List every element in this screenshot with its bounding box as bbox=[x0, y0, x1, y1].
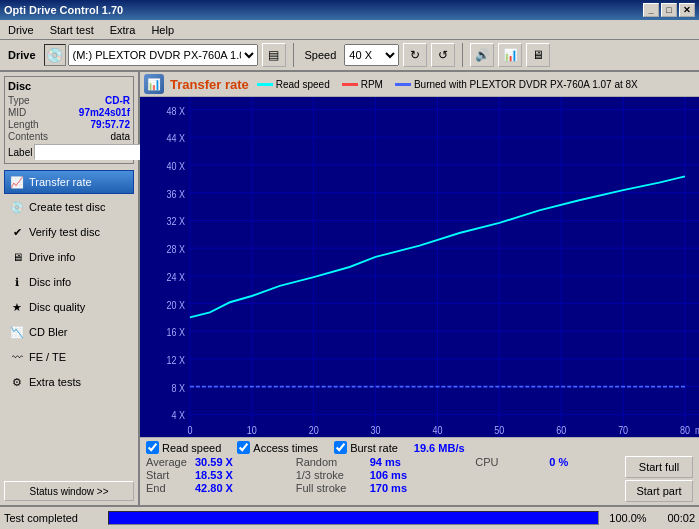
stat-third-stroke-row: 1/3 stroke 106 ms bbox=[296, 469, 476, 481]
transfer-rate-icon: 📈 bbox=[9, 174, 25, 190]
svg-text:80: 80 bbox=[680, 425, 690, 437]
menu-drive[interactable]: Drive bbox=[4, 23, 38, 37]
stat-full-stroke-value: 170 ms bbox=[370, 482, 407, 494]
stat-cpu-value: 0 % bbox=[549, 456, 568, 468]
legend-color-read bbox=[257, 83, 273, 86]
nav-fe-te[interactable]: 〰 FE / TE bbox=[4, 345, 134, 369]
read-speed-checkbox[interactable] bbox=[146, 441, 159, 454]
title-bar: Opti Drive Control 1.70 _ □ ✕ bbox=[0, 0, 699, 20]
speed-set-button[interactable]: ↻ bbox=[403, 43, 427, 67]
disc-info-panel: Disc Type CD-R MID 97m24s01f Length 79:5… bbox=[4, 76, 134, 164]
disc-info-icon: ℹ bbox=[9, 274, 25, 290]
extra-tests-icon: ⚙ bbox=[9, 374, 25, 390]
stats-col-mid: Random 94 ms 1/3 stroke 106 ms Full stro… bbox=[296, 456, 476, 502]
stat-average-row: Average 30.59 X bbox=[146, 456, 296, 468]
main-content: Disc Type CD-R MID 97m24s01f Length 79:5… bbox=[0, 72, 699, 505]
toolbar: Drive 💿 (M:) PLEXTOR DVDR PX-760A 1.07 ▤… bbox=[0, 40, 699, 72]
checkbox-burst-rate: Burst rate bbox=[334, 441, 398, 454]
status-window-button[interactable]: Status window >> bbox=[4, 481, 134, 501]
content-area: 📊 Transfer rate Read speed RPM Burned wi… bbox=[140, 72, 699, 505]
svg-text:30: 30 bbox=[371, 425, 381, 437]
chart-title-icon: 📊 bbox=[144, 74, 164, 94]
toolbar-sep-2 bbox=[462, 43, 463, 67]
verify-disc-icon: ✔ bbox=[9, 224, 25, 240]
start-full-button[interactable]: Start full bbox=[625, 456, 693, 478]
svg-text:36 X: 36 X bbox=[166, 188, 185, 200]
stats-col-right: CPU 0 % bbox=[475, 456, 625, 502]
sidebar: Disc Type CD-R MID 97m24s01f Length 79:5… bbox=[0, 72, 140, 505]
nav-verify-test-disc[interactable]: ✔ Verify test disc bbox=[4, 220, 134, 244]
burst-rate-checkbox[interactable] bbox=[334, 441, 347, 454]
chart-container: 48 X 44 X 40 X 36 X 32 X 28 X 24 X 20 X … bbox=[140, 97, 699, 437]
svg-text:8 X: 8 X bbox=[171, 382, 185, 394]
toolbar-btn-4[interactable]: 📊 bbox=[498, 43, 522, 67]
speed-label: Speed bbox=[301, 49, 341, 61]
disc-quality-icon: ★ bbox=[9, 299, 25, 315]
speed-dropdown[interactable]: 40 X bbox=[344, 44, 399, 66]
progress-bar bbox=[108, 511, 599, 525]
close-button[interactable]: ✕ bbox=[679, 3, 695, 17]
drive-select-container: 💿 (M:) PLEXTOR DVDR PX-760A 1.07 bbox=[44, 44, 258, 66]
toolbar-sep-1 bbox=[293, 43, 294, 67]
disc-row-mid: MID 97m24s01f bbox=[8, 107, 130, 118]
disc-row-type: Type CD-R bbox=[8, 95, 130, 106]
legend-color-rpm bbox=[342, 83, 358, 86]
drive-dropdown[interactable]: (M:) PLEXTOR DVDR PX-760A 1.07 bbox=[68, 44, 258, 66]
stats-col-left: Average 30.59 X Start 18.53 X End 42.80 … bbox=[146, 456, 296, 502]
drive-icon: 💿 bbox=[44, 44, 66, 66]
svg-text:40 X: 40 X bbox=[166, 160, 185, 172]
svg-text:4 X: 4 X bbox=[171, 409, 185, 421]
stat-third-stroke-value: 106 ms bbox=[370, 469, 407, 481]
svg-text:48 X: 48 X bbox=[166, 105, 185, 117]
maximize-button[interactable]: □ bbox=[661, 3, 677, 17]
menu-extra[interactable]: Extra bbox=[106, 23, 140, 37]
toolbar-btn-3[interactable]: 🔊 bbox=[470, 43, 494, 67]
time-display: 00:02 bbox=[657, 512, 695, 524]
stat-average-value: 30.59 X bbox=[195, 456, 233, 468]
chart-header: 📊 Transfer rate Read speed RPM Burned wi… bbox=[140, 72, 699, 97]
burst-rate-value: 19.6 MB/s bbox=[414, 442, 465, 454]
svg-text:20: 20 bbox=[309, 425, 319, 437]
status-bar: Test completed 100.0% 00:02 bbox=[0, 505, 699, 529]
menu-help[interactable]: Help bbox=[147, 23, 178, 37]
svg-text:44 X: 44 X bbox=[166, 132, 185, 144]
toolbar-btn-2[interactable]: ↺ bbox=[431, 43, 455, 67]
drive-info-icon: 🖥 bbox=[9, 249, 25, 265]
nav-create-test-disc[interactable]: 💿 Create test disc bbox=[4, 195, 134, 219]
nav-disc-quality[interactable]: ★ Disc quality bbox=[4, 295, 134, 319]
stat-start-row: Start 18.53 X bbox=[146, 469, 296, 481]
nav-transfer-rate[interactable]: 📈 Transfer rate bbox=[4, 170, 134, 194]
stats-area: Read speed Access times Burst rate 19.6 … bbox=[140, 437, 699, 505]
svg-text:32 X: 32 X bbox=[166, 215, 185, 227]
nav-disc-info[interactable]: ℹ Disc info bbox=[4, 270, 134, 294]
cd-bler-icon: 📉 bbox=[9, 324, 25, 340]
svg-text:min: min bbox=[695, 425, 699, 437]
legend-read-speed: Read speed bbox=[257, 79, 330, 90]
disc-row-length: Length 79:57.72 bbox=[8, 119, 130, 130]
disc-row-contents: Contents data bbox=[8, 131, 130, 142]
app-title: Opti Drive Control 1.70 bbox=[4, 4, 123, 16]
svg-text:50: 50 bbox=[494, 425, 504, 437]
chart-title: Transfer rate bbox=[170, 77, 249, 92]
checkbox-read-speed: Read speed bbox=[146, 441, 221, 454]
nav-cd-bler[interactable]: 📉 CD Bler bbox=[4, 320, 134, 344]
legend-color-burned bbox=[395, 83, 411, 86]
minimize-button[interactable]: _ bbox=[643, 3, 659, 17]
fe-te-icon: 〰 bbox=[9, 349, 25, 365]
checkbox-access-times: Access times bbox=[237, 441, 318, 454]
start-part-button[interactable]: Start part bbox=[625, 480, 693, 502]
stats-values: Average 30.59 X Start 18.53 X End 42.80 … bbox=[146, 456, 693, 502]
svg-text:24 X: 24 X bbox=[166, 271, 185, 283]
access-times-checkbox[interactable] bbox=[237, 441, 250, 454]
create-disc-icon: 💿 bbox=[9, 199, 25, 215]
stat-end-value: 42.80 X bbox=[195, 482, 233, 494]
toolbar-btn-5[interactable]: 🖥 bbox=[526, 43, 550, 67]
nav-extra-tests[interactable]: ⚙ Extra tests bbox=[4, 370, 134, 394]
status-text: Test completed bbox=[4, 512, 104, 524]
nav-drive-info[interactable]: 🖥 Drive info bbox=[4, 245, 134, 269]
nav-menu: 📈 Transfer rate 💿 Create test disc ✔ Ver… bbox=[0, 168, 138, 396]
legend-rpm: RPM bbox=[342, 79, 383, 90]
stat-end-row: End 42.80 X bbox=[146, 482, 296, 494]
menu-start-test[interactable]: Start test bbox=[46, 23, 98, 37]
drive-info-button[interactable]: ▤ bbox=[262, 43, 286, 67]
